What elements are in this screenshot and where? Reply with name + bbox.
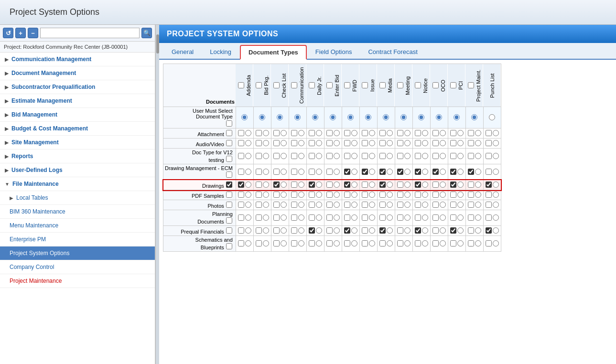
sidebar-item-estimate-management[interactable]: ▶ Estimate Management	[0, 94, 155, 108]
nav-label: Document Management	[11, 70, 76, 76]
row-user-must-select: User Must SelectDocument Type	[163, 107, 501, 128]
arrow-icon: ▶	[5, 168, 9, 173]
col-checkbox-addenda[interactable]	[238, 82, 244, 88]
row-pdf-samples: PDF Samples	[163, 190, 501, 200]
nav-label: Subcontractor Prequalification	[11, 84, 95, 90]
planning-docs-checkbox[interactable]	[226, 217, 232, 224]
attachment-checkbox[interactable]	[226, 130, 232, 136]
sidebar-item-local-tables[interactable]: ▶ Local Tables	[0, 191, 155, 205]
col-checkbox-bid-pkg[interactable]	[256, 82, 262, 88]
arrow-icon: ▶	[5, 85, 9, 90]
project-label: Project: Rockford Community Rec Center (…	[0, 42, 155, 53]
col-header-enter-bid: Enter Bid	[324, 64, 342, 107]
cell-ums-oco	[430, 107, 448, 128]
col-checkbox-pci[interactable]	[450, 82, 456, 88]
cell-ums-media	[377, 107, 395, 128]
col-checkbox-issue[interactable]	[362, 82, 368, 88]
nav-label: Bid Management	[11, 111, 57, 118]
sidebar-item-document-management[interactable]: ▶ Document Management	[0, 66, 155, 80]
tab-contract-forecast[interactable]: Contract Forecast	[360, 45, 425, 59]
sidebar-item-reports[interactable]: ▶ Reports	[0, 150, 155, 163]
audio-video-checkbox[interactable]	[226, 140, 232, 146]
sidebar-item-budget-cost-management[interactable]: ▶ Budget & Cost Management	[0, 122, 155, 136]
row-audio-video: Audio/Video	[163, 139, 501, 149]
sidebar-item-project-maintenance[interactable]: Project Maintenance	[0, 274, 155, 288]
add-button[interactable]: +	[15, 28, 26, 38]
sidebar-item-company-control[interactable]: Company Control	[0, 260, 155, 274]
sidebar-scrollbar[interactable]	[155, 25, 159, 364]
prequal-financials-checkbox[interactable]	[226, 227, 232, 234]
drawing-mgmt-ecm-checkbox[interactable]	[226, 171, 232, 178]
row-label-schematics-blueprints: Schematics andBlueprints	[163, 236, 236, 252]
sidebar-item-bim360[interactable]: BIM 360 Maintenance	[0, 205, 155, 219]
row-label-drawing-mgmt-ecm: Drawing Management - ECM	[163, 164, 236, 180]
sidebar-item-file-maintenance[interactable]: ▼ File Maintenance	[0, 177, 155, 191]
nav-label: BIM 360 Maintenance	[10, 208, 65, 215]
content-area: PROJECT SYSTEM OPTIONS General Locking D…	[159, 25, 616, 364]
arrow-icon: ▶	[5, 112, 9, 118]
col-header-project-maint: Project Maint.	[465, 64, 483, 107]
cell-ums-fwd	[342, 107, 359, 128]
tab-locking[interactable]: Locking	[202, 45, 239, 59]
col-checkbox-project-maint[interactable]	[468, 82, 474, 88]
row-schematics-blueprints: Schematics andBlueprints	[163, 236, 501, 252]
col-checkbox-enter-bid[interactable]	[326, 82, 333, 88]
col-checkbox-daily-jr[interactable]	[309, 82, 315, 88]
sidebar-item-user-defined-logs[interactable]: ▶ User-Defined Logs	[0, 163, 155, 177]
sidebar-item-menu-maintenance[interactable]: Menu Maintenance	[0, 219, 155, 233]
col-header-notice: Notice	[412, 64, 430, 107]
tab-document-types[interactable]: Document Types	[240, 45, 307, 60]
sidebar-item-subcontractor-prequalification[interactable]: ▶ Subcontractor Prequalification	[0, 80, 155, 94]
nav-label: Company Control	[10, 264, 54, 270]
cell-ums-check-list	[271, 107, 289, 128]
cell-ums-notice	[412, 107, 430, 128]
search-input[interactable]	[40, 28, 140, 38]
user-must-select-checkbox[interactable]	[226, 120, 232, 127]
row-attachment: Attachment	[163, 128, 501, 139]
table-container[interactable]: Documents Addenda Bid Pkg.	[159, 60, 616, 364]
sidebar-item-project-system-options[interactable]: Project System Options	[0, 246, 155, 260]
row-doc-type-v12: Doc Type for V12testing	[163, 149, 501, 164]
col-checkbox-oco[interactable]	[432, 82, 439, 88]
sidebar-item-communication-management[interactable]: ▶ Communication Management	[0, 53, 155, 66]
col-checkbox-media[interactable]	[379, 82, 386, 88]
col-header-punch-list: Punch List	[483, 64, 501, 107]
nav-label: Local Tables	[16, 194, 48, 201]
content-header: PROJECT SYSTEM OPTIONS	[159, 25, 616, 43]
refresh-button[interactable]: ↺	[3, 28, 13, 38]
col-header-daily-jr: Daily Jr.	[306, 64, 324, 107]
row-label-pdf-samples: PDF Samples	[163, 190, 236, 200]
cell-ums-enter-bid	[324, 107, 342, 128]
nav-label: Site Management	[11, 139, 59, 146]
col-header-oco: OCO	[430, 64, 448, 107]
nav-label: Budget & Cost Management	[11, 125, 88, 132]
doc-type-v12-checkbox[interactable]	[226, 156, 232, 162]
col-checkbox-fwd[interactable]	[344, 82, 350, 88]
col-checkbox-communication[interactable]	[291, 82, 297, 88]
sidebar-item-enterprise-pm[interactable]: Enterprise PM	[0, 233, 155, 246]
col-header-check-list: Check List	[271, 64, 289, 107]
subtract-button[interactable]: −	[28, 28, 38, 38]
sidebar-nav: ▶ Communication Management ▶ Document Ma…	[0, 53, 155, 364]
cell-ums-project-maint	[465, 107, 483, 128]
search-icon: 🔍	[143, 30, 151, 36]
row-label-drawings: Drawings	[163, 180, 236, 190]
tab-general[interactable]: General	[164, 45, 201, 59]
row-prequal-financials: Prequal Financials	[163, 226, 501, 236]
sidebar-item-site-management[interactable]: ▶ Site Management	[0, 136, 155, 150]
sidebar: ↺ + − 🔍 Project: Rockford Community Rec …	[0, 25, 155, 364]
col-checkbox-check-list[interactable]	[273, 82, 280, 88]
row-planning-documents: PlanningDocuments	[163, 210, 501, 226]
search-button[interactable]: 🔍	[141, 28, 152, 38]
tab-field-options[interactable]: Field Options	[308, 45, 360, 59]
col-header-issue: Issue	[359, 64, 377, 107]
sidebar-item-bid-management[interactable]: ▶ Bid Management	[0, 108, 155, 122]
schematics-checkbox[interactable]	[226, 243, 232, 249]
drawings-checkbox[interactable]	[226, 182, 232, 188]
nav-label: Enterprise PM	[10, 236, 46, 243]
scroll-thumb[interactable]	[156, 34, 159, 54]
photos-checkbox[interactable]	[226, 202, 232, 208]
col-checkbox-meeting[interactable]	[397, 82, 403, 88]
pdf-samples-checkbox[interactable]	[226, 192, 232, 198]
col-checkbox-notice[interactable]	[415, 82, 421, 88]
